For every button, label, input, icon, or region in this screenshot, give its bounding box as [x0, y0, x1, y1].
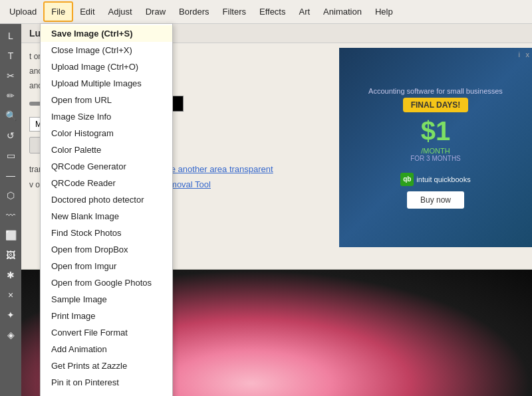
ad-buy-button[interactable]: Buy now: [407, 191, 464, 209]
tool-curve[interactable]: 〰: [1, 206, 20, 225]
menu-pin-pinterest[interactable]: Pin it on Pinterest: [41, 374, 172, 391]
menu-qrcode-generator[interactable]: QRCode Generator: [41, 158, 172, 175]
menu-qrcode-reader[interactable]: QRCode Reader: [41, 175, 172, 191]
menu-image-size[interactable]: Image Size Info: [41, 108, 172, 125]
menu-save-image[interactable]: Save Image (Ctrl+S): [41, 25, 172, 42]
menu-file[interactable]: File: [43, 1, 73, 22]
tool-zoom[interactable]: 🔍: [1, 106, 20, 125]
menu-convert-format[interactable]: Convert File Format: [41, 324, 172, 341]
menu-art[interactable]: Art: [292, 3, 317, 21]
menu-filters[interactable]: Filters: [216, 3, 253, 21]
tool-effects[interactable]: ✱: [1, 266, 20, 284]
ad-logo: qb intuit quickbooks: [400, 173, 470, 186]
ad-price-row: $1: [421, 118, 451, 144]
menu-sample-image[interactable]: Sample Image: [41, 291, 172, 308]
menu-adjust[interactable]: Adjust: [102, 3, 139, 21]
menu-new-blank[interactable]: New Blank Image: [41, 208, 172, 225]
ad-badge: FINAL DAYS!: [403, 98, 469, 112]
tool-select[interactable]: L: [1, 27, 20, 45]
ad-close-button[interactable]: x: [526, 50, 530, 58]
menu-upload-image[interactable]: Upload Image (Ctrl+O): [41, 58, 172, 75]
menu-help[interactable]: Help: [368, 3, 400, 21]
tool-text[interactable]: T: [1, 47, 20, 65]
menu-upload-multiple[interactable]: Upload Multiple Images: [41, 75, 172, 92]
ad-price-duration: FOR 3 MONTHS: [410, 155, 461, 162]
tool-frame[interactable]: 🖼: [1, 246, 20, 264]
menu-post-facebook[interactable]: Post on FaceBook: [41, 391, 172, 396]
menu-upload[interactable]: Upload: [3, 3, 43, 21]
ad-small-text: Accounting software for small businesses: [368, 87, 503, 95]
menu-close-image[interactable]: Close Image (Ctrl+X): [41, 42, 172, 58]
or-label: t or: [29, 52, 41, 61]
file-dropdown: Save Image (Ctrl+S) Close Image (Ctrl+X)…: [40, 23, 173, 396]
left-toolbar: L T ✂ ✏ 🔍 ↺ ▭ — ⬡ 〰 ⬜ 🖼 ✱ × ✦ ◈: [0, 24, 21, 396]
menu-open-google-photos[interactable]: Open from Google Photos: [41, 274, 172, 291]
ad-price-unit: /MONTH: [421, 147, 450, 155]
menu-animation[interactable]: Animation: [317, 3, 368, 21]
menu-open-imgur[interactable]: Open from Imgur: [41, 258, 172, 274]
menu-edit[interactable]: Edit: [73, 3, 101, 21]
tool-rotate[interactable]: ↺: [1, 126, 20, 145]
tool-line[interactable]: —: [1, 166, 20, 185]
menu-doctored-photo[interactable]: Doctored photo detector: [41, 191, 172, 208]
ad-content: x i Accounting software for small busine…: [339, 48, 532, 247]
ad-panel: x i Accounting software for small busine…: [339, 48, 532, 247]
ad-info-button[interactable]: i: [519, 50, 520, 58]
tool-fill[interactable]: ⬜: [1, 226, 20, 245]
menu-borders[interactable]: Borders: [172, 3, 216, 21]
menubar: Upload File Edit Adjust Draw Borders Fil…: [0, 0, 532, 24]
tool-draw[interactable]: ✏: [1, 86, 20, 105]
menu-color-palette[interactable]: Color Palette: [41, 142, 172, 158]
ad-price: $1: [421, 118, 451, 144]
tool-crop[interactable]: ✂: [1, 66, 20, 85]
menu-open-url[interactable]: Open from URL: [41, 92, 172, 108]
menu-find-stock[interactable]: Find Stock Photos: [41, 225, 172, 241]
menu-draw[interactable]: Draw: [139, 3, 172, 21]
menu-effects[interactable]: Effects: [253, 3, 293, 21]
tool-extra1[interactable]: ×: [1, 286, 20, 304]
menu-get-prints[interactable]: Get Prints at Zazzle: [41, 357, 172, 374]
tool-extra3[interactable]: ◈: [1, 326, 20, 344]
ad-logo-text: intuit quickbooks: [416, 175, 470, 183]
tool-shape[interactable]: ⬡: [1, 186, 20, 205]
menu-add-animation[interactable]: Add Animation: [41, 341, 172, 357]
menu-open-dropbox[interactable]: Open from DropBox: [41, 241, 172, 258]
tool-rect[interactable]: ▭: [1, 146, 20, 165]
tool-extra2[interactable]: ✦: [1, 306, 20, 324]
menu-color-histogram[interactable]: Color Histogram: [41, 125, 172, 142]
menu-print-image[interactable]: Print Image: [41, 308, 172, 324]
ad-logo-icon: qb: [400, 173, 414, 186]
